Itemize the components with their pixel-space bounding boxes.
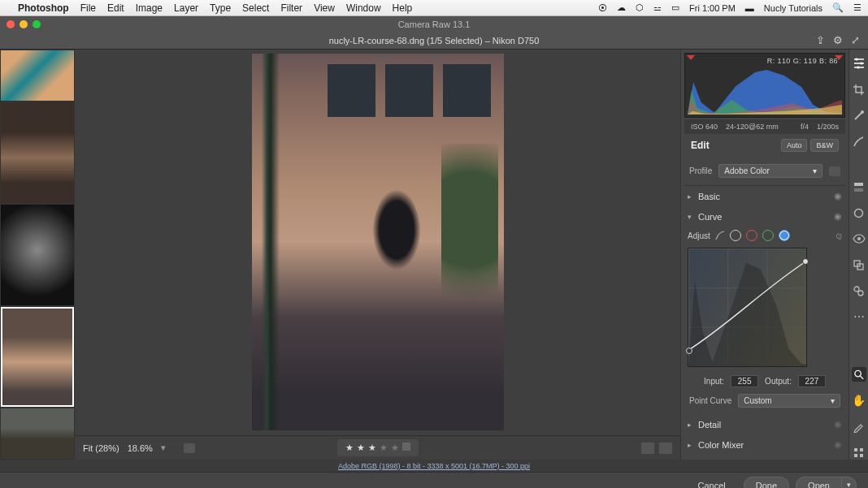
cloud-sync-icon[interactable]: ☁︎ [617, 2, 626, 13]
app-name[interactable]: Photoshop [18, 2, 69, 14]
shadow-clipping-icon[interactable] [687, 55, 695, 60]
panel-color-mixer-header[interactable]: ▸ Color Mixer ◉ [684, 434, 845, 455]
chevron-down-icon: ▾ [688, 213, 692, 221]
filmstrip-thumb-1[interactable] [1, 102, 74, 203]
zoom-fit-label[interactable]: Fit (28%) [83, 443, 119, 453]
panel-color-grading-header[interactable]: ▸ Color Grading ◉ [684, 455, 845, 460]
hand-tool-icon[interactable]: ✋ [852, 393, 866, 408]
bw-button[interactable]: B&W [810, 139, 839, 152]
cancel-button[interactable]: Cancel [687, 477, 737, 489]
menu-select[interactable]: Select [242, 2, 269, 14]
presets-icon[interactable] [852, 283, 866, 298]
auto-button[interactable]: Auto [781, 139, 808, 152]
filmstrip [0, 50, 75, 460]
screen-record-icon[interactable]: ⦿ [598, 3, 607, 13]
star-rating[interactable]: ★ ★ ★ ★ ★ [337, 439, 419, 456]
menu-edit[interactable]: Edit [107, 2, 124, 14]
clock-text[interactable]: Fri 1:00 PM [689, 3, 736, 13]
healing-brush-icon[interactable] [852, 108, 866, 123]
star-5[interactable]: ★ [391, 443, 399, 453]
done-button[interactable]: Done [744, 477, 789, 489]
workflow-options-link[interactable]: Adobe RGB (1998) - 8 bit - 3338 x 5001 (… [0, 460, 868, 472]
tone-curve-editor[interactable] [688, 248, 807, 367]
compare-grid-icon[interactable] [184, 443, 195, 453]
menu-image[interactable]: Image [136, 2, 163, 14]
panel-color-mixer-label: Color Mixer [698, 440, 744, 450]
star-4[interactable]: ★ [380, 443, 388, 453]
flag-label-chip[interactable] [402, 443, 410, 451]
wifi-icon[interactable]: ⚍ [653, 2, 662, 13]
view-single-icon[interactable] [641, 443, 654, 454]
curve-output-value[interactable]: 227 [798, 375, 826, 387]
view-split-icon[interactable] [659, 443, 672, 454]
more-options-icon[interactable]: ⋯ [852, 309, 866, 324]
panel-detail-header[interactable]: ▸ Detail ◉ [684, 414, 845, 434]
zoom-percent[interactable]: 18.6% [128, 443, 153, 453]
filmstrip-thumb-2[interactable] [1, 205, 74, 305]
curve-point-black[interactable] [686, 348, 692, 354]
star-1[interactable]: ★ [345, 443, 354, 453]
menu-type[interactable]: Type [210, 2, 231, 14]
window-title-bar: Camera Raw 13.1 [0, 16, 868, 32]
edit-sliders-icon[interactable] [852, 56, 866, 71]
point-curve-select[interactable]: Custom ▾ [738, 394, 840, 408]
curve-channel-green[interactable] [762, 230, 774, 241]
curve-input-label: Input: [704, 377, 724, 386]
canvas-footer: Fit (28%) 18.6% ▾ ★ ★ ★ ★ ★ [75, 435, 680, 460]
menu-window[interactable]: Window [346, 2, 381, 14]
exif-lens: 24-120@62 mm [726, 123, 779, 131]
curve-channel-rgb[interactable] [730, 230, 741, 241]
visibility-eye-icon[interactable]: ◉ [834, 191, 842, 201]
panel-detail-label: Detail [698, 420, 721, 430]
filmstrip-thumb-0[interactable] [1, 50, 74, 101]
menu-filter[interactable]: Filter [280, 2, 302, 14]
color-sampler-icon[interactable] [852, 419, 866, 434]
star-3[interactable]: ★ [368, 443, 376, 453]
panel-basic-label: Basic [698, 192, 720, 201]
spotlight-icon[interactable]: 🔍 [832, 2, 844, 13]
profile-value: Adobe Color [724, 166, 770, 175]
profile-browser-icon[interactable] [829, 166, 840, 176]
star-2[interactable]: ★ [357, 443, 365, 453]
parametric-curve-icon[interactable] [715, 231, 725, 240]
visibility-eye-icon[interactable]: ◉ [834, 439, 842, 450]
redeye-tool-icon[interactable] [852, 231, 866, 246]
visibility-eye-icon[interactable]: ◉ [834, 211, 842, 222]
menu-view[interactable]: View [314, 2, 335, 14]
menu-layer[interactable]: Layer [174, 2, 198, 14]
targeted-adjust-icon[interactable]: ⊙̤ [835, 231, 842, 240]
flag-icon[interactable]: ▬ [745, 3, 754, 13]
curve-channel-blue[interactable] [779, 230, 790, 241]
adjustment-brush-icon[interactable] [852, 134, 866, 149]
menu-file[interactable]: File [80, 2, 96, 14]
snapshots-icon[interactable] [852, 257, 866, 272]
battery-icon[interactable]: ▭ [671, 2, 679, 13]
visibility-eye-icon[interactable]: ◉ [834, 419, 842, 430]
dialog-button-bar: Cancel Done Open ▾ [0, 472, 868, 488]
panel-basic-header[interactable]: ▸ Basic ◉ [684, 186, 845, 206]
zoom-tool-icon[interactable] [852, 367, 866, 382]
grid-view-icon[interactable] [852, 445, 866, 460]
adjust-label: Adjust [688, 231, 710, 240]
dropbox-icon[interactable]: ⬡ [636, 2, 644, 13]
curve-point-white[interactable] [802, 258, 809, 265]
radial-filter-icon[interactable] [852, 205, 866, 220]
user-name[interactable]: Nucly Tutorials [764, 3, 822, 13]
open-button-chevron-icon[interactable]: ▾ [841, 477, 856, 489]
filmstrip-thumb-3[interactable] [1, 307, 74, 408]
zoom-dropdown-icon[interactable]: ▾ [161, 443, 166, 453]
curve-channel-red[interactable] [746, 230, 757, 241]
crop-tool-icon[interactable] [852, 82, 866, 97]
curve-output-label: Output: [765, 377, 792, 386]
curve-input-value[interactable]: 255 [731, 375, 758, 387]
point-curve-label: Point Curve [689, 396, 731, 405]
graduated-filter-icon[interactable] [852, 179, 866, 194]
profile-select[interactable]: Adobe Color ▾ [718, 164, 822, 178]
histogram[interactable]: R: 110 G: 119 B: 86 [684, 53, 845, 118]
control-center-icon[interactable]: ☰ [853, 2, 861, 13]
panel-curve-header[interactable]: ▾ Curve ◉ [684, 206, 845, 227]
image-canvas[interactable] [75, 50, 680, 435]
filmstrip-thumb-4[interactable] [1, 408, 74, 459]
menu-help[interactable]: Help [393, 2, 413, 14]
open-button[interactable]: Open ▾ [796, 477, 857, 489]
